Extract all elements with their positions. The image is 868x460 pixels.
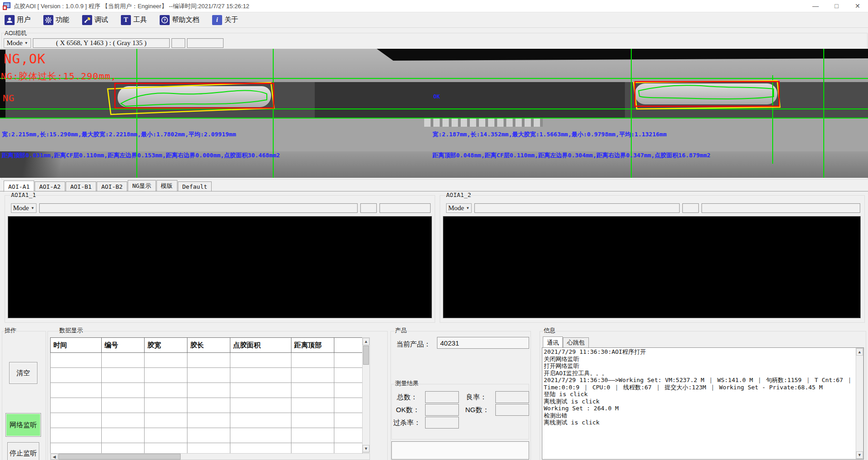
table-cell[interactable] — [187, 383, 230, 398]
table-row[interactable] — [51, 413, 363, 428]
scroll-up-icon[interactable]: ▲ — [363, 338, 369, 345]
panel2-mode-dropdown[interactable]: Mode ▼ — [446, 203, 472, 213]
table-cell[interactable] — [51, 383, 102, 398]
table-cell[interactable] — [230, 353, 291, 368]
table-cell[interactable] — [51, 413, 102, 428]
table-cell[interactable] — [102, 428, 145, 443]
table-cell[interactable] — [334, 428, 363, 443]
table-cell[interactable] — [51, 428, 102, 443]
camera-mode-dropdown[interactable]: Mode ▼ — [4, 38, 31, 48]
scroll-down-icon[interactable]: ▼ — [363, 445, 369, 452]
table-cell[interactable] — [230, 383, 291, 398]
maximize-button[interactable]: □ — [826, 0, 847, 12]
close-button[interactable]: ✕ — [847, 0, 868, 12]
table-cell[interactable] — [230, 428, 291, 443]
table-cell[interactable] — [230, 413, 291, 428]
table-cell[interactable] — [145, 368, 187, 383]
col-time[interactable]: 时间 — [51, 338, 102, 353]
table-cell[interactable] — [187, 368, 230, 383]
window-title: 点胶AOI [ Version : 1.0.0.9 ] 程序 【当前用户：Eng… — [14, 2, 249, 10]
table-hscroll-thumb[interactable] — [58, 454, 181, 460]
table-cell[interactable] — [291, 398, 334, 413]
clear-button[interactable]: 清空 — [9, 362, 37, 384]
col-glue-length[interactable]: 胶长 — [187, 338, 230, 353]
table-cell[interactable] — [145, 383, 187, 398]
toolbar-tools-button[interactable]: T 工具 — [121, 15, 147, 25]
table-cell[interactable] — [291, 368, 334, 383]
table-cell[interactable] — [145, 428, 187, 443]
yield-value-box — [495, 391, 529, 403]
gear-icon — [43, 15, 53, 25]
tab-aoi-a1[interactable]: AOI-A1 — [4, 181, 34, 192]
table-cell[interactable] — [187, 353, 230, 368]
tab-heartbeat[interactable]: 心跳包 — [563, 337, 589, 348]
table-hscrollbar[interactable]: ◀ — [50, 453, 370, 460]
table-row[interactable] — [51, 428, 363, 443]
scroll-up-icon[interactable]: ▲ — [856, 348, 863, 356]
app-window: 点胶AOI [ Version : 1.0.0.9 ] 程序 【当前用户：Eng… — [0, 0, 868, 460]
table-row[interactable] — [51, 383, 363, 398]
table-cell[interactable] — [102, 368, 145, 383]
toolbar-help-button[interactable]: ? 帮助文档 — [160, 15, 199, 25]
table-cell[interactable] — [230, 368, 291, 383]
ng-count-label: NG数： — [465, 406, 489, 414]
log-line: 离线测试 is click — [544, 419, 862, 426]
scroll-left-icon[interactable]: ◀ — [51, 454, 58, 460]
stop-listen-button[interactable]: 停止监听 — [7, 442, 39, 460]
table-cell[interactable] — [334, 413, 363, 428]
tab-comm[interactable]: 通讯 — [543, 336, 563, 348]
table-cell[interactable] — [187, 398, 230, 413]
table-cell[interactable] — [334, 398, 363, 413]
network-listen-button[interactable]: 网络监听 — [5, 413, 41, 437]
table-cell[interactable] — [291, 383, 334, 398]
tab-aoi-a2[interactable]: AOI-A2 — [35, 181, 65, 191]
table-cell[interactable] — [291, 428, 334, 443]
tab-aoi-b2[interactable]: AOI-B2 — [97, 181, 127, 191]
table-cell[interactable] — [51, 353, 102, 368]
toolbar-about-button[interactable]: i 关于 — [212, 15, 238, 25]
log-vscrollbar[interactable]: ▲ ▼ — [856, 348, 863, 459]
tab-ng-display[interactable]: NG显示 — [128, 180, 156, 191]
col-glue-area[interactable]: 点胶面积 — [230, 338, 291, 353]
table-vscroll-thumb[interactable] — [363, 346, 369, 365]
table-row[interactable] — [51, 368, 363, 383]
ng-reason-text: NG:胶体过长:15.290mm, — [1, 70, 117, 83]
toolbar-function-button[interactable]: 功能 — [43, 15, 69, 25]
scroll-down-icon[interactable]: ▼ — [856, 451, 863, 459]
table-row[interactable] — [51, 398, 363, 413]
minimize-button[interactable]: — — [805, 0, 826, 12]
toolbar-debug-button[interactable]: 调试 — [82, 15, 108, 25]
table-vscrollbar[interactable]: ▲ ▼ — [362, 337, 370, 453]
table-cell[interactable] — [291, 353, 334, 368]
table-cell[interactable] — [291, 413, 334, 428]
ok-count-label: OK数： — [396, 406, 420, 414]
col-id[interactable]: 编号 — [102, 338, 145, 353]
table-cell[interactable] — [230, 398, 291, 413]
table-cell[interactable] — [145, 398, 187, 413]
col-distance-top[interactable]: 距离顶部 — [291, 338, 334, 353]
table-cell[interactable] — [102, 383, 145, 398]
table-cell[interactable] — [145, 353, 187, 368]
tab-aoi-b1[interactable]: AOI-B1 — [66, 181, 96, 191]
tab-default[interactable]: Default — [178, 181, 212, 191]
tab-template[interactable]: 模版 — [156, 180, 177, 191]
table-cell[interactable] — [334, 383, 363, 398]
table-cell[interactable] — [334, 353, 363, 368]
log-line: 打开网络监听 — [544, 362, 862, 370]
toolbar-user-button[interactable]: 用户 — [5, 15, 31, 25]
table-cell[interactable] — [102, 398, 145, 413]
toolbar-about-label: 关于 — [224, 16, 238, 24]
col-glue-width[interactable]: 胶宽 — [145, 338, 187, 353]
table-cell[interactable] — [145, 413, 187, 428]
table-cell[interactable] — [102, 413, 145, 428]
current-product-input[interactable]: 40231 — [437, 337, 529, 349]
table-row[interactable] — [51, 353, 363, 368]
table-cell[interactable] — [334, 368, 363, 383]
table-cell[interactable] — [51, 368, 102, 383]
panel1-mode-dropdown[interactable]: Mode ▼ — [11, 203, 36, 213]
log-line: 关闭网络监听 — [544, 356, 862, 363]
table-cell[interactable] — [102, 353, 145, 368]
table-cell[interactable] — [187, 413, 230, 428]
table-cell[interactable] — [187, 428, 230, 443]
table-cell[interactable] — [51, 398, 102, 413]
